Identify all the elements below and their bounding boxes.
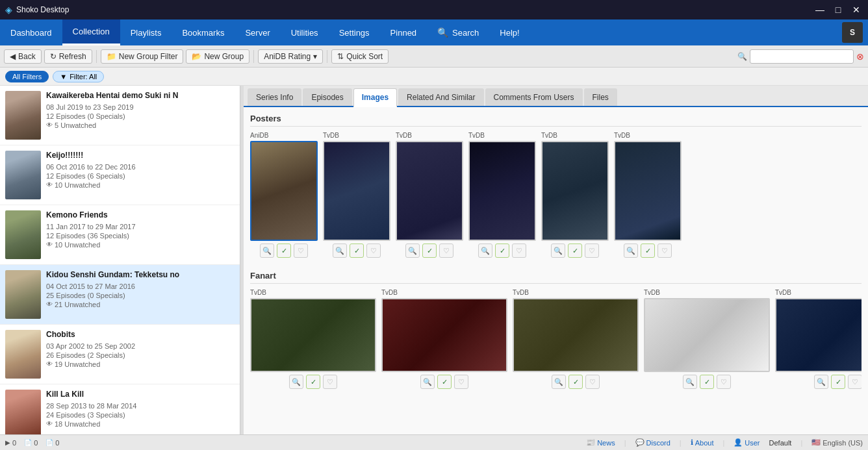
menu-item-help[interactable]: Help! xyxy=(489,19,530,45)
poster-heart-button[interactable]: ♡ xyxy=(512,244,526,258)
anime-unwatched: 👁 10 Unwatched xyxy=(46,241,235,249)
fanart-thumbnail[interactable] xyxy=(381,298,507,372)
fanart-zoom-button[interactable]: 🔍 xyxy=(814,375,828,389)
fanart-actions: 🔍 ✓ ♡ xyxy=(420,375,468,389)
anime-list-item[interactable]: Chobits 03 Apr 2002 to 25 Sep 2002 26 Ep… xyxy=(0,325,240,384)
clear-search-button[interactable]: ⊗ xyxy=(856,51,864,62)
poster-select-button[interactable]: ✓ xyxy=(422,244,437,258)
poster-thumbnail[interactable] xyxy=(323,141,390,241)
posters-scroll[interactable]: AniDB 🔍 ✓ ♡ TvDB 🔍 ✓ ♡ TvDB 🔍 ✓ ♡ TvDB xyxy=(250,132,862,260)
poster-zoom-button[interactable]: 🔍 xyxy=(624,244,638,258)
poster-select-button[interactable]: ✓ xyxy=(641,244,655,258)
poster-thumbnail[interactable] xyxy=(250,141,318,241)
anime-list-item[interactable]: Kawaikereba Hentai demo Suki ni N 08 Jul… xyxy=(0,86,240,145)
new-group-filter-button[interactable]: 📁 New Group Filter xyxy=(101,49,184,64)
menu-item-utilities[interactable]: Utilities xyxy=(281,19,329,45)
poster-zoom-button[interactable]: 🔍 xyxy=(478,244,492,258)
fanart-thumbnail[interactable] xyxy=(513,298,639,372)
fanart-heart-button[interactable]: ♡ xyxy=(717,375,731,389)
menu-item-dashboard[interactable]: Dashboard xyxy=(0,19,62,45)
fanart-thumbnail[interactable] xyxy=(775,298,862,372)
poster-heart-button[interactable]: ♡ xyxy=(366,244,381,258)
fanart-select-button[interactable]: ✓ xyxy=(700,375,714,389)
menu-item-pinned[interactable]: Pinned xyxy=(380,19,427,45)
poster-thumbnail[interactable] xyxy=(541,141,609,241)
poster-actions: 🔍 ✓ ♡ xyxy=(551,244,599,258)
maximize-button[interactable]: □ xyxy=(832,5,845,15)
poster-select-button[interactable]: ✓ xyxy=(277,244,291,258)
fanart-select-button[interactable]: ✓ xyxy=(568,375,583,389)
search-input[interactable] xyxy=(750,49,854,64)
anime-list-item[interactable]: Kill La Kill 28 Sep 2013 to 28 Mar 2014 … xyxy=(0,384,240,434)
fanart-heart-button[interactable]: ♡ xyxy=(323,375,337,389)
quick-sort-button[interactable]: ⇅ Quick Sort xyxy=(331,49,389,64)
poster-zoom-button[interactable]: 🔍 xyxy=(405,244,420,258)
poster-zoom-button[interactable]: 🔍 xyxy=(551,244,565,258)
poster-zoom-button[interactable]: 🔍 xyxy=(333,244,347,258)
fanart-select-button[interactable]: ✓ xyxy=(831,375,845,389)
poster-heart-button[interactable]: ♡ xyxy=(439,244,453,258)
user-avatar[interactable]: S xyxy=(842,22,863,43)
back-icon: ◀ xyxy=(10,52,16,61)
poster-image xyxy=(397,142,462,240)
tab-series-info[interactable]: Series Info xyxy=(248,88,301,106)
poster-thumbnail[interactable] xyxy=(614,141,682,241)
poster-heart-button[interactable]: ♡ xyxy=(657,244,672,258)
fanart-scroll[interactable]: TvDB 🔍 ✓ ♡ TvDB 🔍 ✓ ♡ TvDB 🔍 ✓ ♡ TvDB xyxy=(250,289,862,392)
poster-source-label: TvDB xyxy=(396,132,412,139)
anime-list-item[interactable]: Kidou Senshi Gundam: Tekketsu no 04 Oct … xyxy=(0,265,240,325)
poster-select-button[interactable]: ✓ xyxy=(568,244,582,258)
fanart-heart-button[interactable]: ♡ xyxy=(585,375,600,389)
fanart-heart-button[interactable]: ♡ xyxy=(848,375,862,389)
fanart-heart-button[interactable]: ♡ xyxy=(454,375,468,389)
new-group-button[interactable]: 📂 New Group xyxy=(186,49,249,64)
fanart-select-button[interactable]: ✓ xyxy=(437,375,452,389)
language-label[interactable]: 🇺🇸 English (US) xyxy=(811,438,863,447)
menu-item-bookmarks[interactable]: Bookmarks xyxy=(172,19,235,45)
dropdown-chevron-icon: ▾ xyxy=(313,52,317,61)
menu-item-server[interactable]: Server xyxy=(235,19,280,45)
tab-episodes[interactable]: Episodes xyxy=(303,88,351,106)
menu-item-playlists[interactable]: Playlists xyxy=(120,19,172,45)
poster-heart-button[interactable]: ♡ xyxy=(585,244,599,258)
fanart-thumbnail[interactable] xyxy=(250,298,376,372)
minimize-button[interactable]: — xyxy=(813,5,826,15)
about-link[interactable]: ℹ About xyxy=(691,438,714,447)
menu-item-settings[interactable]: Settings xyxy=(329,19,380,45)
tab-related-similar[interactable]: Related And Similar xyxy=(398,88,483,106)
anidb-rating-dropdown[interactable]: AniDB Rating ▾ xyxy=(258,49,323,64)
tab-files[interactable]: Files xyxy=(584,88,617,106)
fanart-thumbnail[interactable] xyxy=(644,298,770,372)
all-filters-tag[interactable]: All Filters xyxy=(5,71,49,82)
filter-icon: ▼ xyxy=(60,73,67,81)
fanart-source-label: TvDB xyxy=(644,289,660,296)
discord-link[interactable]: 💬 Discord xyxy=(635,438,670,447)
news-link[interactable]: 📰 News xyxy=(586,438,615,447)
fanart-zoom-button[interactable]: 🔍 xyxy=(552,375,566,389)
poster-select-button[interactable]: ✓ xyxy=(495,244,509,258)
anime-thumbnail xyxy=(5,210,41,259)
fanart-zoom-button[interactable]: 🔍 xyxy=(683,375,697,389)
back-button[interactable]: ◀ Back xyxy=(4,49,42,64)
menu-item-collection[interactable]: Collection xyxy=(62,19,120,45)
menu-item-search[interactable]: 🔍 Search xyxy=(427,19,489,45)
filter-all-tag[interactable]: ▼ Filter: All xyxy=(53,71,104,82)
tab-images[interactable]: Images xyxy=(353,88,397,107)
anime-info: Keijo!!!!!!! 06 Oct 2016 to 22 Dec 2016 … xyxy=(46,151,235,189)
close-button[interactable]: ✕ xyxy=(850,5,863,15)
poster-thumbnail[interactable] xyxy=(468,141,536,241)
fanart-select-button[interactable]: ✓ xyxy=(306,375,320,389)
posters-section-title: Posters xyxy=(250,114,862,127)
fanart-zoom-button[interactable]: 🔍 xyxy=(289,375,303,389)
user-link[interactable]: 👤 User xyxy=(734,438,760,447)
poster-heart-button[interactable]: ♡ xyxy=(294,244,308,258)
anime-list-item[interactable]: Keijo!!!!!!! 06 Oct 2016 to 22 Dec 2016 … xyxy=(0,145,240,205)
refresh-button[interactable]: ↻ Refresh xyxy=(44,49,92,64)
poster-zoom-button[interactable]: 🔍 xyxy=(260,244,274,258)
poster-select-button[interactable]: ✓ xyxy=(350,244,364,258)
tab-comments[interactable]: Comments From Users xyxy=(485,88,583,106)
poster-image xyxy=(542,142,607,240)
poster-thumbnail[interactable] xyxy=(396,141,463,241)
anime-list-item[interactable]: Kemono Friends 11 Jan 2017 to 29 Mar 201… xyxy=(0,205,240,265)
fanart-zoom-button[interactable]: 🔍 xyxy=(420,375,435,389)
